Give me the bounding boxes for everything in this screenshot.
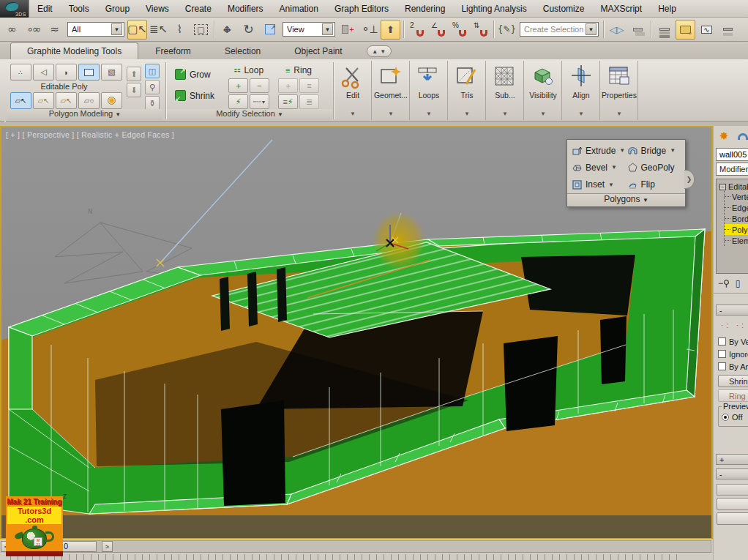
bridge-button[interactable]: Bridge▼	[627, 142, 683, 159]
subobject-polygon-button[interactable]	[78, 64, 100, 81]
percent-snap-toggle-icon[interactable]: %	[449, 20, 469, 40]
menu-help[interactable]: Help	[650, 1, 684, 17]
tab-object-paint[interactable]: Object Paint	[277, 42, 359, 59]
poly-mode-3-button[interactable]: ▱↖	[56, 92, 77, 109]
next-subobject-level-button[interactable]: ⬆	[127, 67, 141, 81]
graphite-ribbon-toggle-button[interactable]: ○	[676, 20, 695, 40]
previous-subobject-level-button[interactable]: ⬇	[127, 83, 141, 97]
ribbon-minimize-button[interactable]: ▲▼	[367, 45, 392, 57]
menu-modifiers[interactable]: Modifiers	[220, 1, 272, 17]
by-angle-checkbox[interactable]: By Angle	[714, 360, 748, 373]
spinner-snap-toggle-icon[interactable]: ⇅	[471, 20, 490, 40]
use-pivot-point-button[interactable]: +	[338, 20, 358, 40]
select-by-name-button[interactable]: ≣↖	[149, 20, 168, 40]
menu-edit[interactable]: Edit	[29, 1, 61, 17]
object-name-field[interactable]	[716, 148, 748, 161]
reference-coordinate-dropdown[interactable]: View ▼	[283, 22, 335, 37]
stack-root-row[interactable]: − Editable Poly	[719, 182, 748, 191]
pin-stack-icon[interactable]: −⚲	[718, 278, 730, 288]
menu-graph-editors[interactable]: Graph Editors	[326, 1, 397, 17]
polygons-popup-caption[interactable]: Polygons ▼	[567, 193, 685, 206]
modifier-list-dropdown[interactable]: Modifier List	[716, 163, 748, 176]
select-object-button[interactable]: ▢↖	[127, 20, 147, 40]
rollout-closed-header[interactable]: -	[716, 468, 748, 479]
curve-editor-button[interactable]: ∿	[697, 20, 717, 40]
menu-rendering[interactable]: Rendering	[397, 1, 453, 17]
extrude-settings-button[interactable]: Extrude	[717, 498, 748, 510]
inset-button[interactable]: Inset▼	[572, 176, 627, 193]
blank-button[interactable]	[717, 484, 748, 496]
subobject-edge-button[interactable]: ◁	[33, 64, 54, 81]
stack-item-vertex[interactable]: Vertex	[725, 191, 748, 202]
grow-loop-button[interactable]: ＋	[228, 78, 248, 93]
shrink-ring-button[interactable]: ≡	[299, 78, 319, 93]
perspective-viewport[interactable]: N	[0, 126, 713, 540]
panel-subdivision-collapsed[interactable]: Sub... ▼	[487, 61, 524, 120]
panel-properties-collapsed[interactable]: Properties ▼	[601, 61, 638, 120]
use-selection-center-button[interactable]: ⬆	[381, 20, 400, 40]
edit-named-selection-sets-icon[interactable]: {✎}	[497, 20, 517, 40]
bevel-settings-button[interactable]: Bevel	[717, 512, 748, 525]
menu-lighting-analysis[interactable]: Lighting Analysis	[453, 1, 534, 17]
flip-button[interactable]: Flip	[627, 176, 683, 193]
tab-selection[interactable]: Selection	[208, 42, 277, 59]
viewport-label[interactable]: [ + ] [ Perspective ] [ Realistic + Edge…	[6, 130, 174, 139]
loop-mode-button[interactable]: ⚡	[228, 94, 248, 109]
rollout-open-header[interactable]: +	[716, 454, 748, 465]
shrink-selection-button[interactable]: Shrink	[718, 375, 748, 387]
create-tab-icon[interactable]: ✸	[717, 130, 731, 143]
select-and-move-button[interactable]: ⇹⇹	[217, 20, 237, 40]
angle-snap-toggle-icon[interactable]: ∠	[428, 20, 448, 40]
preview-off-radio[interactable]: Off	[722, 413, 748, 422]
track-bar[interactable]	[0, 553, 713, 560]
paint-selection-button[interactable]: ⌇	[170, 20, 190, 40]
panel-geometry-collapsed[interactable]: Geomet... ▼	[373, 61, 410, 120]
stack-item-edge[interactable]: Edge	[725, 202, 748, 213]
menu-animation[interactable]: Animation	[272, 1, 326, 17]
collapse-stack-button[interactable]: ⚱	[145, 96, 160, 111]
select-and-link-icon[interactable]: ∞	[2, 20, 22, 40]
poly-mode-1-button[interactable]: ▱↖	[10, 92, 31, 109]
geopoly-button[interactable]: GeoPoly	[627, 159, 683, 176]
menu-group[interactable]: Group	[97, 1, 138, 17]
subobject-icons-row[interactable]: ·: ·:	[714, 316, 748, 335]
tree-collapse-icon[interactable]: −	[719, 184, 726, 190]
panel-caption-modify-selection[interactable]: Modify Selection ▼	[167, 109, 332, 120]
modify-tab-icon[interactable]	[736, 130, 748, 143]
tab-freeform[interactable]: Freeform	[138, 42, 208, 59]
panel-align-collapsed[interactable]: Align ▼	[563, 61, 600, 120]
panel-visibility-collapsed[interactable]: Visibility ▼	[525, 61, 562, 120]
panel-loops-collapsed[interactable]: Loops ▼	[411, 61, 448, 120]
panel-caption-polygon-modeling[interactable]: Polygon Modeling ▼	[7, 109, 162, 120]
mirror-button[interactable]: ◁▷	[607, 20, 627, 40]
poly-soft-selection-button[interactable]	[101, 92, 122, 109]
stack-item-border[interactable]: Border	[725, 213, 748, 224]
dot-ring-button[interactable]: ≣	[299, 94, 319, 109]
panel-edit-collapsed[interactable]: Edit ▼	[334, 61, 372, 120]
bind-to-space-warp-icon[interactable]: ≈	[45, 20, 64, 40]
tab-graphite-modeling-tools[interactable]: Graphite Modeling Tools	[10, 42, 138, 59]
application-button[interactable]: 3DS	[0, 0, 29, 18]
menu-create[interactable]: Create	[177, 1, 220, 17]
menu-tools[interactable]: Tools	[61, 1, 97, 17]
menu-views[interactable]: Views	[138, 1, 177, 17]
extrude-button[interactable]: Extrude▼	[572, 142, 627, 159]
unlink-selection-icon[interactable]: ∘∞	[23, 20, 43, 40]
ignore-backfacing-checkbox[interactable]: Ignore Backfacing	[714, 348, 748, 360]
subobject-vertex-button[interactable]: ∴	[10, 64, 31, 81]
selection-filter-dropdown[interactable]: All ▼	[67, 22, 124, 37]
shrink-button[interactable]: Shrink	[171, 88, 218, 103]
time-slider-track[interactable]: 0	[12, 540, 711, 553]
stack-item-element[interactable]: Element	[725, 235, 748, 246]
select-and-scale-button[interactable]: ↗	[260, 20, 280, 40]
pin-stack-button[interactable]: ⚲	[145, 80, 160, 94]
select-and-rotate-button[interactable]: ↻	[239, 20, 258, 40]
panel-tris-collapsed[interactable]: Tris ▼	[449, 61, 486, 120]
menu-customize[interactable]: Customize	[535, 1, 593, 17]
ring-selection-button[interactable]: Ring	[718, 389, 748, 402]
modifier-stack-list[interactable]: − Editable Poly Vertex Edge Border Polyg…	[716, 179, 748, 274]
grow-ring-button[interactable]: ＋	[278, 78, 298, 93]
poly-mode-2-button[interactable]: ▱↖	[33, 92, 54, 109]
layer-manager-button[interactable]	[654, 20, 674, 40]
schematic-view-button[interactable]	[718, 20, 738, 40]
